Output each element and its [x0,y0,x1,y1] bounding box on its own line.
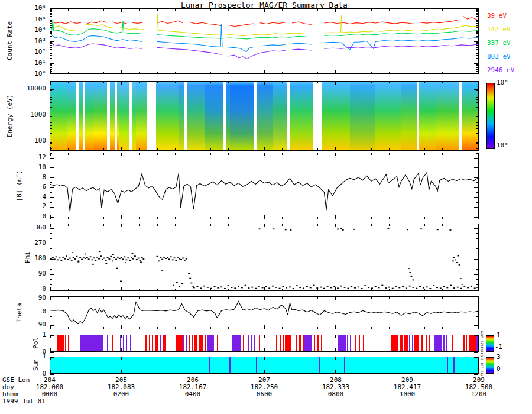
tick-mark [50,89,54,90]
spectrogram-data-gap [115,82,117,150]
y-tick-label: 1 [12,331,46,338]
tick-mark [335,82,336,85]
y-tick-label: 10000 [12,85,46,92]
tick-mark [50,56,52,56]
pol-colorbar-max: 1 [497,332,501,339]
tick-mark [121,297,122,300]
tick-mark [476,316,478,317]
tick-mark [103,224,104,226]
tick-mark [50,82,51,85]
tick-mark [476,43,478,44]
tick-mark [317,9,318,11]
spectrogram-column [50,82,67,150]
tick-mark [476,33,478,34]
y-tick-label: 0 [12,308,46,315]
tick-mark [246,72,246,73]
tick-mark [424,9,425,11]
tick-mark [478,357,479,360]
spectrogram-column [462,82,478,150]
tick-mark [478,215,479,219]
tick-mark [50,147,51,150]
tick-mark [476,45,478,46]
tick-mark [103,217,104,219]
pol-colorbar [486,335,494,352]
polarity-segment [338,335,346,351]
tick-mark [424,297,425,299]
y-tick-label: 90 [12,294,46,302]
tick-mark [228,289,229,290]
tick-mark [50,121,52,121]
tick-mark [460,82,460,83]
polarity-segment [251,335,252,351]
tick-mark [476,122,478,123]
tick-mark [175,72,176,73]
tick-mark [476,182,478,183]
tick-mark [264,9,265,12]
tick-mark [228,153,229,155]
spectrogram-column [256,82,273,150]
tick-mark [476,23,478,24]
tick-mark [50,153,51,156]
y-tick-label: 6 [12,183,46,190]
tick-mark [371,327,372,329]
tick-mark [264,370,265,373]
tick-mark [264,348,265,351]
tick-mark [246,9,246,11]
polarity-segment [314,335,315,351]
tick-mark [121,147,122,150]
tick-mark [50,99,52,100]
tick-mark [50,119,52,119]
tick-mark [476,13,478,14]
tick-mark [50,177,54,178]
spectrogram-column [230,82,255,150]
tick-mark [228,72,229,73]
tick-mark [335,70,336,73]
tick-mark [407,82,407,85]
tick-mark [103,72,104,73]
tick-mark [50,299,54,299]
count_rate-trace [50,9,478,73]
tick-mark [86,224,86,226]
tick-mark [210,224,211,226]
tick-mark [50,143,52,144]
tick-mark [476,53,478,53]
tick-mark [121,153,122,156]
tick-mark [264,357,265,360]
tick-mark [478,82,479,85]
tick-mark [50,254,52,254]
tick-mark [317,327,318,329]
tick-mark [476,163,478,163]
tick-mark [335,348,336,351]
tick-mark [50,297,51,300]
tick-mark [300,148,300,150]
tick-mark [407,9,407,12]
tick-mark [50,65,52,66]
tick-mark [103,82,104,83]
polarity-segment [199,335,203,351]
tick-mark [300,289,300,290]
tick-mark [157,289,158,290]
tick-mark [474,197,478,198]
tick-mark [407,147,407,150]
polarity-segment [421,335,423,351]
tick-mark [139,327,140,329]
sun-event-line [453,357,455,373]
plot-timestamp: Fri Jul 2 04:53:21 1999 [480,331,484,376]
tick-mark [407,70,407,73]
tick-mark [460,217,460,219]
polarity-segment [400,335,403,351]
tick-mark [68,72,69,73]
polarity-segment [65,335,66,351]
tick-mark [476,64,478,65]
polarity-segment [183,335,184,351]
polarity-segment [283,335,284,351]
tick-mark [175,9,176,11]
tick-mark [476,34,478,34]
polarity-segment [359,335,360,351]
x-axis-value: 0000 [23,391,76,398]
tick-mark [50,308,52,308]
tick-mark [476,24,478,24]
tick-mark [476,95,478,95]
tick-mark [476,248,478,249]
y-tick-label: 0 [12,212,46,220]
